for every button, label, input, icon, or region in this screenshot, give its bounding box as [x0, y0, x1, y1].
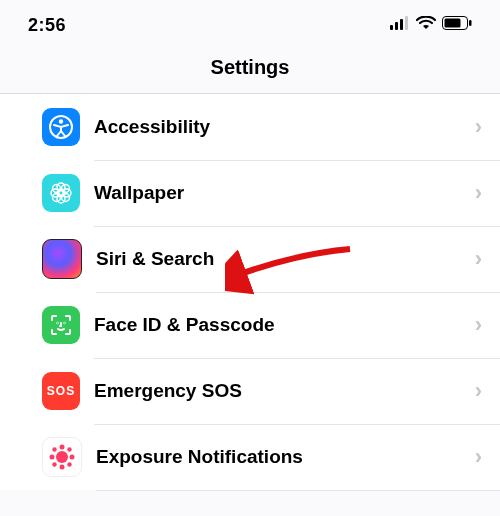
sos-icon: SOS — [42, 372, 80, 410]
wallpaper-icon — [42, 174, 80, 212]
svg-point-8 — [59, 119, 63, 123]
svg-point-26 — [67, 447, 71, 451]
svg-rect-0 — [390, 25, 393, 30]
row-label: Emergency SOS — [94, 380, 475, 402]
svg-rect-3 — [405, 16, 408, 30]
svg-point-20 — [56, 451, 68, 463]
row-label: Siri & Search — [96, 248, 475, 270]
row-siri-search[interactable]: Siri & Search › — [0, 226, 500, 292]
wifi-icon — [416, 16, 436, 34]
settings-list: Accessibility › Wallpaper › Siri & Searc… — [0, 93, 500, 490]
svg-point-23 — [50, 455, 55, 460]
svg-rect-5 — [445, 19, 461, 28]
svg-point-28 — [67, 462, 71, 466]
status-icons — [390, 16, 472, 34]
chevron-right-icon: › — [475, 114, 482, 140]
row-label: Face ID & Passcode — [94, 314, 475, 336]
chevron-right-icon: › — [475, 180, 482, 206]
svg-rect-6 — [469, 20, 472, 26]
row-face-id[interactable]: Face ID & Passcode › — [0, 292, 500, 358]
face-id-icon — [42, 306, 80, 344]
settings-screen: 2:56 Settings Accessibility › — [0, 0, 500, 516]
siri-icon — [42, 239, 82, 279]
svg-point-21 — [60, 445, 65, 450]
svg-point-25 — [52, 447, 56, 451]
row-exposure-notifications[interactable]: Exposure Notifications › — [0, 424, 500, 490]
battery-icon — [442, 16, 472, 34]
page-title: Settings — [0, 56, 500, 79]
chevron-right-icon: › — [475, 246, 482, 272]
row-label: Accessibility — [94, 116, 475, 138]
accessibility-icon — [42, 108, 80, 146]
status-time: 2:56 — [28, 15, 66, 36]
svg-rect-2 — [400, 19, 403, 30]
chevron-right-icon: › — [475, 444, 482, 470]
status-bar: 2:56 — [0, 0, 500, 50]
cellular-icon — [390, 16, 410, 34]
row-label: Exposure Notifications — [96, 446, 475, 468]
chevron-right-icon: › — [475, 312, 482, 338]
row-emergency-sos[interactable]: SOS Emergency SOS › — [0, 358, 500, 424]
svg-point-27 — [52, 462, 56, 466]
chevron-right-icon: › — [475, 378, 482, 404]
svg-point-22 — [60, 465, 65, 470]
row-accessibility[interactable]: Accessibility › — [0, 94, 500, 160]
page-header: Settings — [0, 50, 500, 93]
exposure-icon — [42, 437, 82, 477]
row-label: Wallpaper — [94, 182, 475, 204]
svg-point-24 — [70, 455, 75, 460]
svg-rect-1 — [395, 22, 398, 30]
row-wallpaper[interactable]: Wallpaper › — [0, 160, 500, 226]
